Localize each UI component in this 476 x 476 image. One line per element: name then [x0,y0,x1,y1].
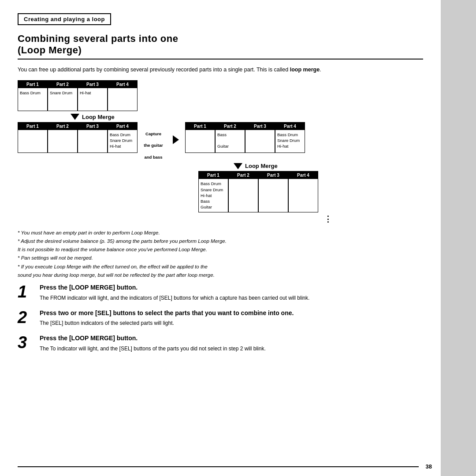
top-diagram: Part 1Bass DrumPart 2Snare DrumPart 3Hi-… [18,80,423,111]
note-item: * You must have an empty part in order t… [18,229,423,237]
mid-diagram: Part 1Part 2Part 3Part 4Bass Drum Snare … [18,122,423,160]
part-cell: Part 4Bass Drum Snare Drum Hi-hat [108,122,138,153]
right-arrow-icon [173,135,179,144]
loop-merge-arrow-1: Loop Merge [71,114,423,120]
page-footer: 38 [18,463,432,470]
down-arrow-2-icon [234,163,242,169]
part-cell: Part 2 [228,171,258,212]
part-cell: Part 1Bass Drum Snare Drum Hi-hat Bass G… [198,171,228,212]
step-number: 2 [18,309,33,326]
note-item: * Pan settings will not be merged. [18,254,423,262]
breadcrumb: Creating and playing a loop [18,13,111,25]
footer-line [18,466,419,467]
step-2: 2Press two or more [SEL] buttons to sele… [18,309,423,327]
page-title: Combining several parts into one (Loop M… [18,33,423,56]
part-cell: Part 3Hi-hat [78,80,108,111]
notes-section: * You must have an empty part in order t… [18,229,423,279]
right-sidebar [441,0,476,476]
mid-left-diagram: Part 1Part 2Part 3Part 4Bass Drum Snare … [18,122,138,153]
loop-merge-arrow-2: Loop Merge [234,163,423,169]
note-item: * Adjust the desired volume balance (p. … [18,238,423,245]
step-1: 1Press the [LOOP MERGE] button.The FROM … [18,283,423,302]
step-title: Press two or more [SEL] buttons to selec… [40,309,423,318]
part-cell: Part 3 [258,171,288,212]
step-description: The [SEL] button indicators of the selec… [40,319,423,327]
part-cell: Part 3 [245,122,275,153]
step-number: 3 [18,334,33,351]
bottom-diagram: Part 1Bass Drum Snare Drum Hi-hat Bass G… [198,171,423,212]
note-item: It is not possible to readjust the volum… [18,246,423,253]
part-cell: Part 4 [108,80,138,111]
page-number: 38 [426,463,432,470]
part-cell: Part 4Bass Drum Snare Drum Hi-hat [275,122,305,153]
down-arrow-icon [71,114,79,120]
part-cell: Part 2Bass Guitar [215,122,245,153]
continuation-dots: ⋮ [234,214,423,224]
part-cell: Part 4 [288,171,318,212]
mid-right-diagram: Part 1Part 2Bass GuitarPart 3Part 4Bass … [185,122,305,153]
part-cell: Part 1Bass Drum [18,80,48,111]
note-item: sound you hear during loop merge, but wi… [18,271,423,279]
step-title: Press the [LOOP MERGE] button. [40,283,423,292]
step-description: The FROM indicator will light, and the i… [40,294,423,302]
part-cell: Part 1 [185,122,215,153]
intro-paragraph: You can free up additional parts by comb… [18,66,423,74]
part-cell: Part 2Snare Drum [48,80,78,111]
capture-label: Capture the guitar and bass [140,131,167,160]
part-cell: Part 3 [78,122,108,153]
step-number: 1 [18,283,33,300]
note-item: * If you execute Loop Merge with the eff… [18,263,423,271]
part-cell: Part 2 [48,122,78,153]
step-title: Press the [LOOP MERGE] button. [40,334,423,343]
step-description: The To indicator will light, and the [SE… [40,345,423,353]
part-cell: Part 1 [18,122,48,153]
step-3: 3Press the [LOOP MERGE] button.The To in… [18,334,423,353]
